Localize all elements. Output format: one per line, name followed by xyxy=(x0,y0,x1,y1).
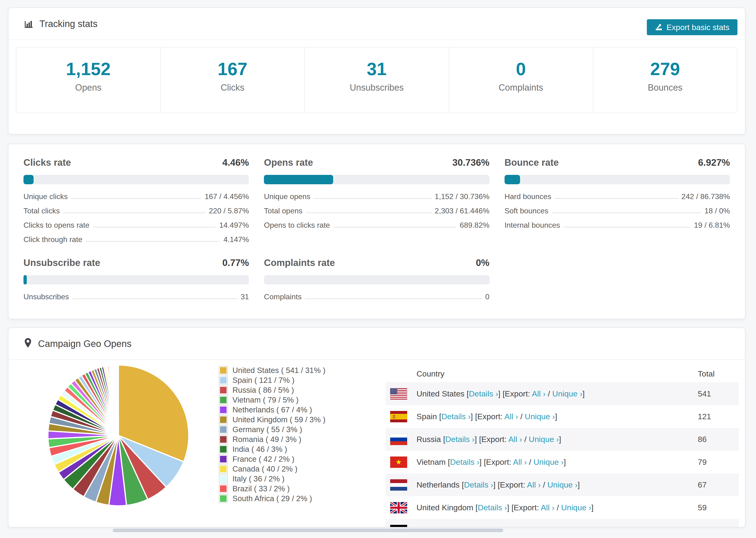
export-unique-link[interactable]: Unique › xyxy=(561,503,591,512)
legend-item: South Africa ( 29 / 2% ) xyxy=(219,494,325,504)
rate-value: 0% xyxy=(476,257,490,268)
rate-progress-fill xyxy=(24,275,27,285)
dotted-leader xyxy=(555,198,678,199)
export-unique-link[interactable]: Unique › xyxy=(547,480,577,489)
country-name: Vietnam xyxy=(416,457,446,466)
legend-item: United Kingdom ( 59 / 3% ) xyxy=(219,415,325,425)
rate-title: Opens rate xyxy=(264,157,313,168)
de-flag-icon xyxy=(390,525,407,528)
rate-stat-row: Internal bounces19 / 6.81% xyxy=(505,221,730,230)
legend-item: India ( 46 / 3% ) xyxy=(219,444,325,454)
rate-stat-row: Hard bounces242 / 86.738% xyxy=(505,192,730,201)
row-total: 541 xyxy=(698,389,739,398)
row-total: 79 xyxy=(698,457,739,467)
rates-grid: Clicks rate4.46%Unique clicks167 / 4.456… xyxy=(9,144,745,301)
rate-progress-bar xyxy=(24,275,249,285)
rate-block: Complaints rate0%Complaints0 xyxy=(264,257,489,301)
rate-title: Bounce rate xyxy=(505,157,559,168)
legend-item: Spain ( 121 / 7% ) xyxy=(219,375,325,385)
es-flag-icon xyxy=(390,411,407,422)
rate-stat-value: 18 / 0% xyxy=(704,207,730,215)
rate-stat-row: Soft bounces18 / 0% xyxy=(505,207,730,215)
legend-label: France ( 42 / 2% ) xyxy=(233,455,295,463)
rate-block: Bounce rate6.927%Hard bounces242 / 86.73… xyxy=(505,157,730,244)
legend-item: France ( 42 / 2% ) xyxy=(219,454,325,464)
rates-card: Clicks rate4.46%Unique clicks167 / 4.456… xyxy=(8,144,745,319)
export-unique-link[interactable]: Unique › xyxy=(525,412,555,421)
rate-value: 6.927% xyxy=(698,157,730,168)
country-column-header: Country xyxy=(386,369,698,378)
export-unique-link[interactable]: Unique › xyxy=(529,435,559,444)
rate-block: Unsubscribe rate0.77%Unsubscribes31 xyxy=(24,257,249,301)
rate-stat-row: Unique clicks167 / 4.456% xyxy=(24,192,249,201)
rate-stat-label: Clicks to opens rate xyxy=(24,221,89,230)
dotted-leader xyxy=(306,212,431,213)
rate-block: Clicks rate4.46%Unique clicks167 / 4.456… xyxy=(24,157,249,244)
legend-label: Italy ( 36 / 2% ) xyxy=(233,474,285,483)
geo-table: Country Total United States [Details ›] … xyxy=(386,365,739,527)
table-row xyxy=(386,519,739,527)
export-all-link[interactable]: All › xyxy=(504,412,518,421)
export-all-link[interactable]: All › xyxy=(513,457,527,466)
legend-swatch xyxy=(219,474,228,483)
details-link[interactable]: Details › xyxy=(445,435,475,444)
export-all-link[interactable]: All › xyxy=(527,480,541,489)
legend-item: Italy ( 36 / 2% ) xyxy=(219,474,325,484)
export-unique-link[interactable]: Unique › xyxy=(552,389,582,398)
rate-stat-value: 19 / 6.81% xyxy=(694,221,730,230)
dotted-leader xyxy=(72,198,201,199)
map-pin-icon xyxy=(24,338,32,350)
rate-progress-fill xyxy=(505,175,520,184)
export-basic-stats-button[interactable]: Export basic stats xyxy=(647,19,737,35)
table-row: Russia [Details ›] [Export: All › / Uniq… xyxy=(386,428,739,451)
rate-title: Complaints rate xyxy=(264,257,335,268)
rate-progress-bar xyxy=(264,175,489,184)
legend-item: Canada ( 40 / 2% ) xyxy=(219,464,325,474)
geo-header: Campaign Geo Opens xyxy=(9,328,745,360)
legend-item: Germany ( 55 / 3% ) xyxy=(219,425,325,435)
country-name: Netherlands xyxy=(416,480,459,489)
export-unique-link[interactable]: Unique › xyxy=(533,457,564,466)
legend-swatch xyxy=(219,425,228,434)
stat-value: 0 xyxy=(449,60,593,78)
details-link[interactable]: Details › xyxy=(464,480,493,489)
geo-legend: United States ( 541 / 31% )Spain ( 121 /… xyxy=(219,365,325,504)
stat-value: 167 xyxy=(161,60,304,78)
stat-box-bounces: 279Bounces xyxy=(593,47,737,113)
stat-label: Clicks xyxy=(161,82,304,93)
legend-item: United States ( 541 / 31% ) xyxy=(219,365,325,375)
geo-title: Campaign Geo Opens xyxy=(38,339,132,349)
stat-label: Opens xyxy=(17,82,160,93)
country-name: United Kingdom xyxy=(416,503,473,512)
stat-value: 31 xyxy=(305,60,449,78)
legend-swatch xyxy=(219,405,228,414)
dotted-leader xyxy=(86,241,220,242)
export-all-link[interactable]: All › xyxy=(532,389,546,398)
details-link[interactable]: Details › xyxy=(450,457,479,466)
row-total: 121 xyxy=(698,412,739,421)
rate-stat-value: 689.82% xyxy=(460,221,489,230)
stat-box-opens: 1,152Opens xyxy=(17,47,161,113)
rate-stat-label: Complaints xyxy=(264,293,301,301)
rate-stat-value: 4.147% xyxy=(224,235,249,244)
details-link[interactable]: Details › xyxy=(478,503,507,512)
rate-stat-row: Total clicks220 / 5.87% xyxy=(24,207,249,215)
rate-stat-label: Click through rate xyxy=(24,235,82,244)
legend-label: United States ( 541 / 31% ) xyxy=(233,366,325,375)
nl-flag-icon xyxy=(390,479,407,491)
vn-flag-icon xyxy=(390,457,407,468)
rate-stat-label: Total opens xyxy=(264,207,302,215)
dotted-leader xyxy=(314,198,431,199)
geo-table-header: Country Total xyxy=(386,365,739,382)
details-link[interactable]: Details › xyxy=(469,389,498,398)
country-cell-text: United Kingdom [Details ›] [Export: All … xyxy=(416,503,594,512)
export-all-link[interactable]: All › xyxy=(541,503,555,512)
legend-swatch xyxy=(219,386,228,395)
dotted-leader xyxy=(552,212,701,213)
stat-box-clicks: 167Clicks xyxy=(161,47,305,113)
rate-stat-row: Opens to clicks rate689.82% xyxy=(264,221,489,230)
export-all-link[interactable]: All › xyxy=(508,435,522,444)
details-link[interactable]: Details › xyxy=(441,412,471,421)
rate-value: 30.736% xyxy=(453,157,490,168)
horizontal-scrollbar[interactable] xyxy=(113,529,503,532)
